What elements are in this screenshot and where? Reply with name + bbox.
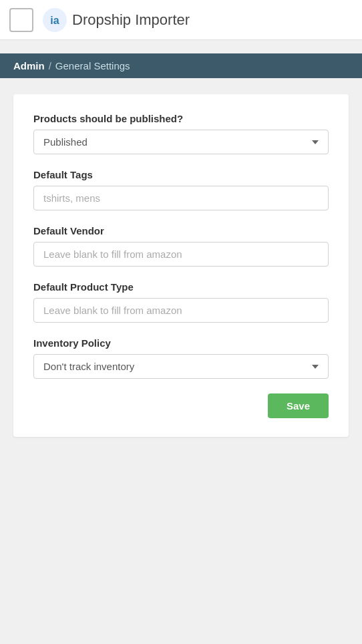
- vendor-label: Default Vendor: [33, 225, 329, 236]
- svg-text:ia: ia: [50, 15, 59, 26]
- publish-select[interactable]: Published Draft: [33, 130, 329, 154]
- save-row: Save: [33, 393, 329, 418]
- logo-area: ia Dropship Importer: [43, 8, 190, 32]
- app-title: Dropship Importer: [72, 11, 190, 29]
- tags-group: Default Tags: [33, 169, 329, 210]
- publish-group: Products should be published? Published …: [33, 113, 329, 154]
- main-content: Products should be published? Published …: [0, 78, 362, 453]
- inventory-group: Inventory Policy Don't track inventory T…: [33, 337, 329, 379]
- vendor-group: Default Vendor: [33, 225, 329, 267]
- breadcrumb-admin[interactable]: Admin: [13, 60, 45, 71]
- inventory-label: Inventory Policy: [33, 337, 329, 349]
- tags-input[interactable]: [33, 186, 329, 210]
- publish-label: Products should be published?: [33, 113, 329, 124]
- product-type-group: Default Product Type: [33, 281, 329, 323]
- breadcrumb-separator: /: [49, 60, 51, 71]
- hamburger-button[interactable]: [9, 8, 33, 32]
- app-header: ia Dropship Importer: [0, 0, 362, 40]
- settings-card: Products should be published? Published …: [13, 94, 349, 437]
- tags-label: Default Tags: [33, 169, 329, 180]
- product-type-label: Default Product Type: [33, 281, 329, 293]
- inventory-select[interactable]: Don't track inventory Track inventory: [33, 354, 329, 379]
- product-type-input[interactable]: [33, 298, 329, 323]
- breadcrumb-page: General Settings: [55, 60, 130, 71]
- vendor-input[interactable]: [33, 242, 329, 267]
- app-logo-icon: ia: [43, 8, 67, 32]
- breadcrumb: Admin / General Settings: [0, 53, 362, 78]
- save-button[interactable]: Save: [268, 393, 329, 418]
